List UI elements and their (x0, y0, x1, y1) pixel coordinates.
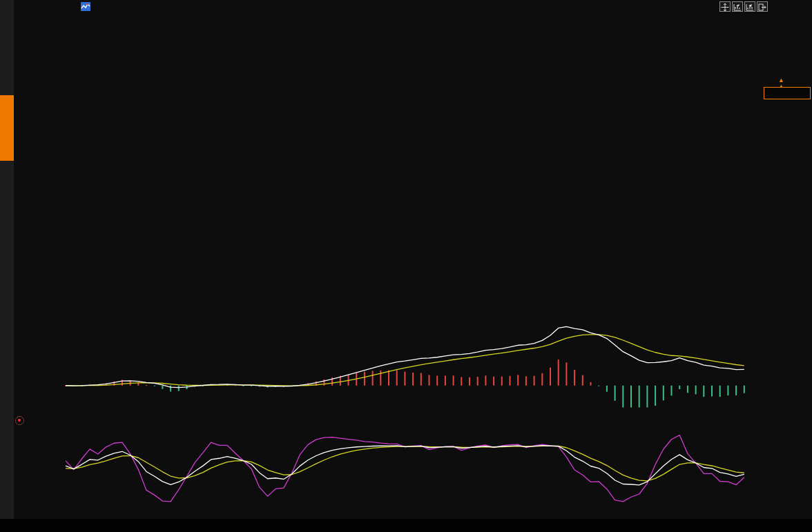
exit-fullscreen-icon[interactable] (757, 1, 768, 12)
sidebar-item-flash-chart[interactable] (0, 177, 14, 243)
left-sidebar (0, 0, 14, 519)
last-price-tag (764, 87, 811, 99)
candlestick-chart-canvas[interactable] (0, 0, 812, 532)
x-axis-row (0, 504, 812, 519)
trading-app-window: ▲▲ (0, 0, 812, 532)
chart-type-icon[interactable] (81, 2, 90, 11)
chart-header (62, 1, 134, 12)
bottom-tab-bar (0, 519, 812, 532)
sidebar-item-time-chart[interactable] (0, 3, 14, 70)
zoom-out-chart-icon[interactable] (744, 1, 755, 12)
pan-crosshair-icon[interactable] (719, 1, 731, 12)
panel-collapse-icon[interactable] (15, 416, 24, 425)
zoom-in-chart-icon[interactable] (732, 1, 743, 12)
sidebar-item-contract-info[interactable] (0, 261, 14, 348)
sidebar-item-kline-chart[interactable] (0, 95, 14, 161)
chart-toolbar (719, 1, 768, 12)
